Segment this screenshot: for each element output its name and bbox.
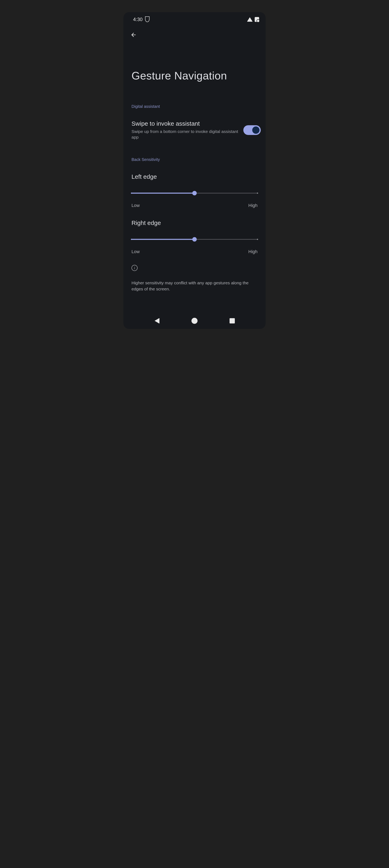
arrow-left-icon bbox=[130, 32, 137, 38]
assistant-switch-knob bbox=[252, 126, 260, 134]
info-row: i bbox=[123, 265, 266, 271]
wifi-icon bbox=[247, 17, 253, 22]
left-edge-label: Left edge bbox=[131, 173, 258, 180]
status-time: 4:30 bbox=[133, 17, 143, 22]
square-recents-icon bbox=[230, 318, 235, 323]
assistant-toggle-description: Swipe up from a bottom corner to invoke … bbox=[131, 129, 238, 140]
triangle-back-icon bbox=[155, 318, 159, 324]
left-edge-high-label: High bbox=[249, 203, 258, 208]
battery-icon bbox=[255, 17, 259, 22]
page-title: Gesture Navigation bbox=[123, 39, 266, 82]
section-header-back-sensitivity: Back Sensitivity bbox=[123, 157, 266, 162]
status-bar-right bbox=[247, 17, 259, 22]
left-edge-low-label: Low bbox=[131, 203, 139, 208]
info-icon: i bbox=[131, 265, 137, 271]
slider-thumb[interactable] bbox=[192, 191, 197, 195]
right-edge-low-label: Low bbox=[131, 249, 139, 254]
right-edge-range-labels: Low High bbox=[131, 249, 258, 254]
assistant-switch[interactable] bbox=[243, 125, 261, 135]
slider-track-fill bbox=[131, 192, 195, 193]
right-edge-slider-group: Right edge Low High bbox=[123, 219, 266, 254]
phone-frame: 4:30 Gesture Navigation Digital assistan… bbox=[123, 12, 266, 329]
section-header-assistant: Digital assistant bbox=[123, 104, 266, 109]
info-text: Higher sensitivity may conflict with any… bbox=[123, 280, 266, 292]
status-bar-left: 4:30 bbox=[133, 17, 150, 22]
assistant-toggle-title: Swipe to invoke assistant bbox=[131, 120, 238, 127]
nav-back-button[interactable] bbox=[153, 317, 161, 325]
assistant-toggle-row[interactable]: Swipe to invoke assistant Swipe up from … bbox=[123, 120, 266, 140]
assistant-toggle-text: Swipe to invoke assistant Swipe up from … bbox=[131, 120, 238, 140]
left-edge-range-labels: Low High bbox=[131, 203, 258, 208]
right-edge-label: Right edge bbox=[131, 219, 258, 226]
slider-tick-end bbox=[257, 239, 258, 240]
toolbar bbox=[123, 22, 266, 39]
system-nav-bar bbox=[123, 313, 266, 329]
left-edge-slider[interactable] bbox=[131, 189, 258, 197]
back-button[interactable] bbox=[129, 30, 138, 39]
shield-icon bbox=[145, 17, 150, 22]
status-bar: 4:30 bbox=[123, 12, 266, 22]
right-edge-high-label: High bbox=[249, 249, 258, 254]
slider-tick-end bbox=[257, 192, 258, 194]
right-edge-slider[interactable] bbox=[131, 235, 258, 243]
nav-recents-button[interactable] bbox=[228, 317, 236, 325]
nav-home-button[interactable] bbox=[190, 317, 199, 325]
slider-track-fill bbox=[131, 239, 195, 240]
circle-home-icon bbox=[191, 318, 198, 324]
left-edge-slider-group: Left edge Low High bbox=[123, 173, 266, 208]
slider-thumb[interactable] bbox=[192, 237, 197, 242]
